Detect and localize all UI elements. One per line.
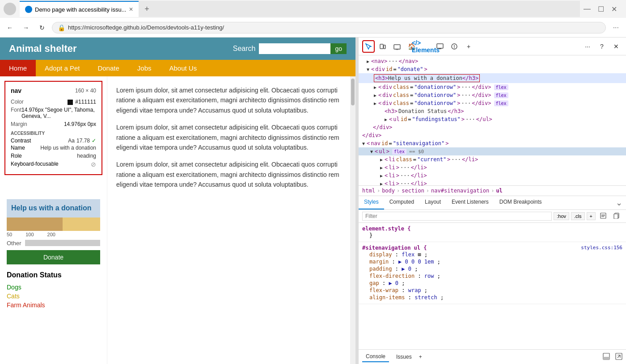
breadcrumb-ul[interactable]: ul (496, 188, 502, 194)
minimize-button[interactable]: — (584, 5, 591, 13)
dom-div-donate-line[interactable]: ▼ <div id= "donate" > (359, 65, 626, 73)
inspect-icon[interactable] (362, 40, 375, 53)
dom-li-3[interactable]: ▶ <li> ··· </li> (359, 172, 626, 180)
donation-list: Dogs Cats Farm Animals (7, 283, 100, 310)
dom-li-current[interactable]: ▶ <li class= "current"> ··· </li> (359, 155, 626, 163)
subtab-dom-breakpoints[interactable]: DOM Breakpoints (494, 196, 547, 209)
screencast-icon[interactable] (434, 40, 446, 53)
site-scrollbar[interactable] (350, 76, 355, 364)
devtools-bottom-bar: Console Issues + (359, 349, 626, 364)
style-flex-wrap: flex-wrap : wrap ; (362, 287, 622, 294)
breadcrumb-nav[interactable]: nav#sitenavigation (431, 188, 489, 194)
subtab-styles[interactable]: Styles (359, 196, 384, 209)
style-align-items: align-items : stretch ; (362, 294, 622, 301)
tab-close-button[interactable]: ✕ (129, 6, 133, 13)
new-rule-button[interactable] (597, 212, 609, 221)
console-tab[interactable]: Console (362, 351, 389, 362)
dom-ul-fundingstatus[interactable]: ▶ <ul id= "fundingstatus"> ··· </ul> (359, 115, 626, 123)
tooltip-font-value: 14.976px "Segoe UI", Tahoma, Geneva, V..… (21, 107, 96, 119)
subtab-layout[interactable]: Layout (419, 196, 446, 209)
dom-div-close-outer[interactable]: </div> (359, 131, 626, 139)
help-icon[interactable]: ? (596, 40, 608, 53)
breadcrumb-body[interactable]: body (382, 188, 395, 194)
styles-source-link[interactable]: styles.css:156 (581, 245, 622, 251)
search-button[interactable]: go (330, 43, 347, 54)
collapse-panel-icon[interactable]: ⌄ (612, 196, 626, 209)
dom-h3-line[interactable]: <h3>Help us with a donation</h3> (359, 73, 626, 83)
style-padding: padding : ▶ 0 ; (362, 265, 622, 272)
breadcrumb-html[interactable]: html (362, 188, 375, 194)
expand-donate-icon[interactable]: ▼ (367, 67, 369, 72)
devtools-panel: 🏠 </> Elements + ··· ? ✕ ▶ <nav> ··· </n… (358, 38, 626, 364)
styles-filter-input[interactable] (362, 212, 552, 221)
close-devtools-icon[interactable]: ✕ (610, 40, 622, 53)
address-bar[interactable]: 🔒 https://microsoftedge.github.io/Demos/… (52, 22, 606, 33)
nav-item-donate[interactable]: Donate (89, 60, 128, 76)
pseudo-cls-button[interactable]: .cls (571, 212, 585, 220)
back-button[interactable]: ← (4, 21, 16, 34)
nav-item-about[interactable]: About Us (160, 60, 206, 76)
responsive-icon[interactable] (391, 40, 403, 53)
nav-item-jobs[interactable]: Jobs (128, 60, 161, 76)
sitenavigation-selector[interactable]: #sitenavigation ul { (362, 245, 427, 251)
breadcrumb-section[interactable]: section (402, 188, 424, 194)
tooltip-font-row: Font 14.976px "Segoe UI", Tahoma, Geneva… (11, 106, 96, 120)
add-panel-icon[interactable]: + (462, 40, 475, 53)
add-style-button[interactable]: + (587, 212, 596, 220)
issues-tab[interactable]: Issues (393, 352, 415, 362)
subtab-event-listeners[interactable]: Event Listeners (446, 196, 494, 209)
donation-dogs-link[interactable]: Dogs (7, 283, 100, 292)
more-options-icon[interactable]: ··· (581, 40, 594, 53)
maximize-button[interactable]: ☐ (598, 5, 604, 13)
dom-h3-donation-status[interactable]: <h3>Donation Status</h3> (359, 107, 626, 115)
undock-icon[interactable] (615, 353, 622, 361)
scroll-thumb[interactable] (351, 79, 355, 105)
new-tab-button[interactable]: + (139, 1, 155, 17)
donation-status-title: Donation Status (7, 271, 100, 279)
donation-farm-link[interactable]: Farm Animals (7, 301, 100, 310)
subtab-computed[interactable]: Computed (384, 196, 419, 209)
devtools-toolbar: 🏠 </> Elements + ··· ? ✕ (359, 38, 626, 55)
donate-heading: Help us with a donation (11, 204, 96, 213)
tab-title: Demo page with accessibility issu... (35, 6, 126, 13)
donation-cats-link[interactable]: Cats (7, 292, 100, 301)
site-title: Animal shelter (9, 43, 77, 54)
dom-panel: ▶ <nav> ··· </nav> ▼ <div id= "donate" >… (359, 55, 626, 186)
dom-ul-flex[interactable]: ▼ <ul > flex == $0 (359, 147, 626, 155)
dom-donationrow-2[interactable]: ▶ <div class= "donationrow"> ··· </div> … (359, 91, 626, 99)
expand-donationrow1-icon[interactable]: ▶ (374, 85, 376, 90)
style-flex-direction: flex-direction : row ; (362, 272, 622, 280)
dom-div-close-inner[interactable]: </div> (359, 123, 626, 131)
dom-li-4[interactable]: ▶ <li> ··· </li> (359, 180, 626, 186)
active-tab[interactable]: Demo page with accessibility issu... ✕ (20, 1, 139, 17)
element-style-close: } (362, 232, 622, 239)
search-input[interactable] (259, 43, 330, 54)
tooltip-color-label: Color (11, 99, 24, 105)
close-button[interactable]: ✕ (611, 5, 617, 13)
donate-button[interactable]: Donate (7, 250, 100, 264)
progress-100: 100 (25, 232, 34, 237)
tooltip-font-label: Font (11, 107, 21, 119)
site-nav: Home Adopt a Pet Donate Jobs About Us (0, 60, 355, 76)
dom-li-2[interactable]: ▶ <li> ··· </li> (359, 163, 626, 172)
issues-icon[interactable] (448, 40, 461, 53)
tooltip-header: nav 160 × 40 (11, 87, 96, 94)
pseudo-hov-button[interactable]: :hov (554, 212, 569, 220)
dom-donationrow-3[interactable]: ▶ <div class= "donationrow"> ··· </div> … (359, 99, 626, 107)
nav-item-adopt[interactable]: Adopt a Pet (36, 60, 89, 76)
other-label: Other (7, 240, 21, 247)
device-toolbar-icon[interactable] (376, 40, 389, 53)
dom-donationrow-1[interactable]: ▶ <div class= "donationrow"> ··· </div> … (359, 83, 626, 91)
dock-bottom-icon[interactable] (603, 353, 610, 361)
copy-styles-button[interactable] (611, 212, 622, 221)
browser-more-button[interactable]: ··· (609, 22, 622, 33)
forward-button[interactable]: → (20, 21, 32, 34)
expand-nav-icon[interactable]: ▶ (367, 59, 369, 64)
nav-item-home[interactable]: Home (0, 60, 36, 76)
add-panel-bottom-icon[interactable]: + (419, 354, 422, 360)
refresh-button[interactable]: ↻ (36, 21, 48, 34)
dom-nav-sitenavigation[interactable]: ▼ <nav id= "sitenavigation"> (359, 139, 626, 147)
keyboard-focusable-icon: ⊘ (91, 161, 96, 168)
elements-tab-icon[interactable]: </> Elements (419, 40, 432, 53)
dom-nav-line[interactable]: ▶ <nav> ··· </nav> (359, 57, 626, 65)
